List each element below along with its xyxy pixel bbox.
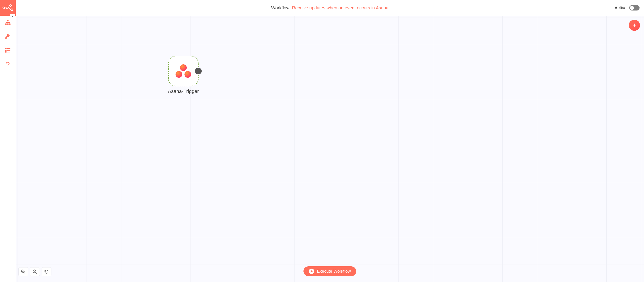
play-icon (309, 269, 314, 274)
header: Workflow: Receive updates when an event … (16, 0, 644, 16)
zoom-controls (18, 267, 52, 276)
workflow-title-prefix: Workflow: (271, 5, 292, 10)
svg-point-9 (6, 50, 6, 50)
svg-rect-7 (9, 23, 10, 24)
sidebar-item-help[interactable] (0, 57, 16, 71)
zoom-in-button[interactable] (18, 267, 28, 276)
svg-point-2 (10, 5, 12, 6)
plus-icon (632, 23, 637, 28)
execute-workflow-button[interactable]: Execute Workflow (304, 266, 356, 276)
app-logo[interactable]: › (0, 0, 16, 16)
sidebar: › (0, 0, 16, 282)
node-asana-trigger[interactable]: Asana-Trigger (161, 56, 206, 94)
add-node-button[interactable] (629, 20, 640, 31)
n8n-logo-icon (2, 4, 14, 12)
svg-rect-6 (7, 23, 9, 24)
workflow-title: Workflow: Receive updates when an event … (271, 5, 388, 10)
sidebar-expand-button[interactable]: › (10, 14, 15, 18)
sidebar-item-executions[interactable] (0, 43, 16, 57)
asana-icon (176, 64, 191, 78)
list-icon (5, 47, 11, 53)
main-area: Workflow: Receive updates when an event … (16, 0, 644, 282)
reset-icon (44, 269, 49, 274)
sidebar-item-credentials[interactable] (0, 29, 16, 43)
node-body[interactable] (168, 56, 198, 86)
node-output-port[interactable] (195, 68, 202, 74)
node-label: Asana-Trigger (161, 88, 206, 94)
svg-point-0 (3, 7, 5, 9)
svg-rect-5 (5, 23, 7, 24)
zoom-in-icon (21, 269, 26, 274)
chevron-right-icon: › (12, 14, 13, 18)
key-icon (5, 33, 11, 39)
svg-rect-4 (7, 20, 9, 21)
zoom-out-icon (32, 269, 37, 274)
active-label: Active: (614, 5, 628, 10)
active-toggle[interactable] (629, 5, 640, 10)
workflow-name[interactable]: Receive updates when an event occurs in … (292, 5, 388, 10)
active-toggle-group: Active: (614, 0, 640, 16)
sitemap-icon (5, 20, 11, 25)
svg-point-8 (6, 48, 6, 49)
svg-point-1 (6, 7, 8, 9)
workflow-canvas[interactable]: Asana-Trigger Execute Workflow (16, 16, 644, 282)
svg-point-3 (11, 9, 13, 10)
zoom-out-button[interactable] (30, 267, 40, 276)
zoom-reset-button[interactable] (42, 267, 52, 276)
svg-point-10 (6, 52, 6, 52)
question-icon (5, 61, 11, 67)
execute-label: Execute Workflow (317, 269, 351, 274)
